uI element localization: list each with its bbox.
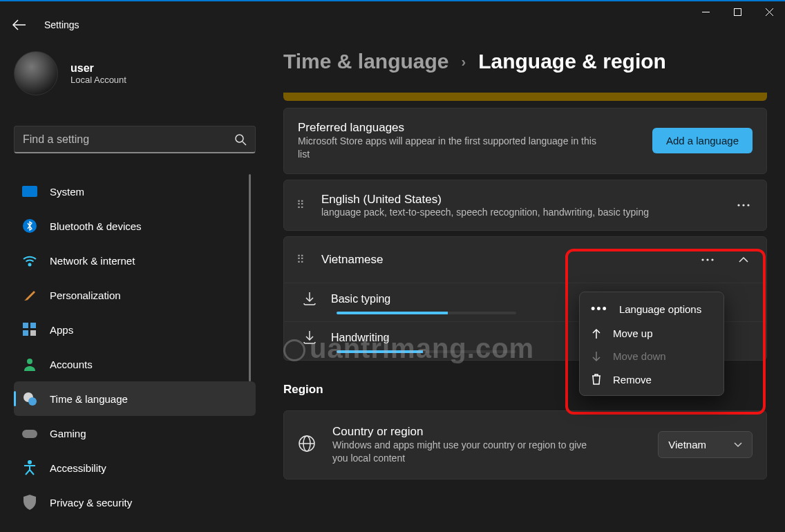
bluetooth-icon bbox=[22, 218, 37, 234]
country-region-sub: Windows and apps might use your country … bbox=[332, 439, 595, 465]
sidebar-item-personalization[interactable]: Personalization bbox=[14, 278, 256, 312]
language-row-english[interactable]: ⠿ English (United States) language pack,… bbox=[283, 180, 767, 231]
user-name: user bbox=[70, 62, 126, 75]
window-controls bbox=[690, 1, 785, 22]
search-icon bbox=[234, 133, 247, 146]
person-icon bbox=[22, 357, 37, 372]
preferred-languages-sub: Microsoft Store apps will appear in the … bbox=[298, 135, 602, 161]
svg-rect-7 bbox=[22, 186, 37, 197]
country-select[interactable]: Vietnam bbox=[658, 431, 753, 458]
drag-handle-icon[interactable]: ⠿ bbox=[296, 198, 306, 211]
avatar bbox=[14, 51, 58, 95]
ctx-move-up[interactable]: Move up bbox=[584, 322, 719, 345]
search-input[interactable] bbox=[23, 133, 234, 146]
svg-point-28 bbox=[711, 258, 713, 260]
arrow-up-icon bbox=[591, 328, 602, 339]
breadcrumb: Time & language › Language & region bbox=[283, 50, 767, 73]
display-icon bbox=[22, 184, 37, 199]
sidebar-item-privacy[interactable]: Privacy & security bbox=[14, 485, 256, 520]
svg-line-21 bbox=[26, 470, 30, 475]
sidebar-item-network[interactable]: Network & internet bbox=[14, 243, 256, 278]
search-box[interactable] bbox=[14, 126, 256, 153]
svg-point-25 bbox=[747, 204, 749, 206]
svg-point-9 bbox=[29, 264, 31, 266]
arrow-down-icon bbox=[591, 351, 602, 362]
close-button[interactable] bbox=[753, 1, 785, 22]
sidebar-item-bluetooth[interactable]: Bluetooth & devices bbox=[14, 209, 256, 243]
globe-icon bbox=[298, 435, 316, 455]
chevron-down-icon bbox=[734, 442, 742, 448]
clock-globe-icon bbox=[22, 391, 37, 406]
breadcrumb-current: Language & region bbox=[478, 50, 666, 73]
svg-rect-17 bbox=[22, 430, 37, 438]
maximize-button[interactable] bbox=[721, 1, 753, 22]
progress-bar bbox=[337, 312, 516, 314]
sidebar-item-apps[interactable]: Apps bbox=[14, 312, 256, 347]
svg-rect-1 bbox=[734, 8, 741, 15]
svg-point-27 bbox=[706, 258, 708, 260]
download-icon bbox=[303, 292, 316, 307]
preferred-languages-title: Preferred languages bbox=[298, 121, 602, 135]
download-icon bbox=[303, 330, 316, 346]
progress-bar bbox=[337, 350, 516, 353]
notification-bar bbox=[283, 93, 767, 101]
sidebar-item-gaming[interactable]: Gaming bbox=[14, 416, 256, 450]
shield-icon bbox=[22, 495, 37, 510]
svg-point-16 bbox=[28, 397, 37, 406]
chevron-right-icon: › bbox=[462, 54, 466, 70]
topbar: Settings bbox=[8, 14, 79, 36]
collapse-button[interactable] bbox=[733, 249, 754, 270]
country-region-title: Country or region bbox=[332, 425, 641, 439]
drag-handle-icon[interactable]: ⠿ bbox=[296, 253, 306, 266]
breadcrumb-parent[interactable]: Time & language bbox=[283, 50, 449, 73]
ctx-move-down: Move down bbox=[584, 345, 719, 368]
ctx-language-options[interactable]: ••• Language options bbox=[584, 296, 719, 322]
svg-point-24 bbox=[742, 204, 744, 206]
sidebar-item-accounts[interactable]: Accounts bbox=[14, 347, 256, 381]
user-sub: Local Account bbox=[70, 75, 126, 85]
brush-icon bbox=[22, 287, 37, 303]
accessibility-icon bbox=[22, 460, 37, 475]
app-title: Settings bbox=[44, 19, 79, 30]
back-button[interactable] bbox=[8, 14, 30, 36]
svg-line-22 bbox=[30, 470, 34, 475]
language-context-menu: ••• Language options Move up Move down R… bbox=[579, 292, 724, 396]
svg-point-5 bbox=[236, 135, 243, 142]
add-language-button[interactable]: Add a language bbox=[652, 128, 753, 153]
svg-line-6 bbox=[243, 142, 246, 145]
svg-point-14 bbox=[27, 359, 32, 364]
minimize-button[interactable] bbox=[690, 1, 721, 22]
apps-icon bbox=[22, 322, 37, 337]
svg-point-23 bbox=[737, 204, 739, 206]
sidebar-item-time-language[interactable]: Time & language bbox=[14, 381, 256, 416]
more-icon: ••• bbox=[591, 302, 608, 316]
sidebar-scrollbar[interactable] bbox=[249, 174, 251, 381]
country-region-card: Country or region Windows and apps might… bbox=[283, 410, 767, 479]
svg-point-26 bbox=[701, 258, 703, 260]
more-options-button[interactable] bbox=[697, 249, 718, 270]
gamepad-icon bbox=[22, 426, 37, 441]
more-options-button[interactable] bbox=[733, 195, 754, 216]
svg-rect-11 bbox=[30, 323, 36, 328]
main-content: Time & language › Language & region Pref… bbox=[283, 50, 767, 479]
country-select-value: Vietnam bbox=[668, 439, 706, 450]
svg-rect-12 bbox=[23, 330, 28, 336]
sidebar-item-system[interactable]: System bbox=[14, 174, 256, 209]
preferred-languages-card: Preferred languages Microsoft Store apps… bbox=[283, 108, 767, 174]
sidebar-item-accessibility[interactable]: Accessibility bbox=[14, 450, 256, 485]
ctx-remove[interactable]: Remove bbox=[584, 368, 719, 391]
sidebar-nav: System Bluetooth & devices Network & int… bbox=[14, 174, 256, 520]
svg-rect-13 bbox=[30, 330, 36, 336]
user-card[interactable]: user Local Account bbox=[14, 51, 126, 95]
svg-rect-10 bbox=[23, 323, 28, 328]
trash-icon bbox=[591, 373, 602, 386]
wifi-icon bbox=[22, 253, 37, 268]
svg-point-18 bbox=[28, 461, 31, 464]
